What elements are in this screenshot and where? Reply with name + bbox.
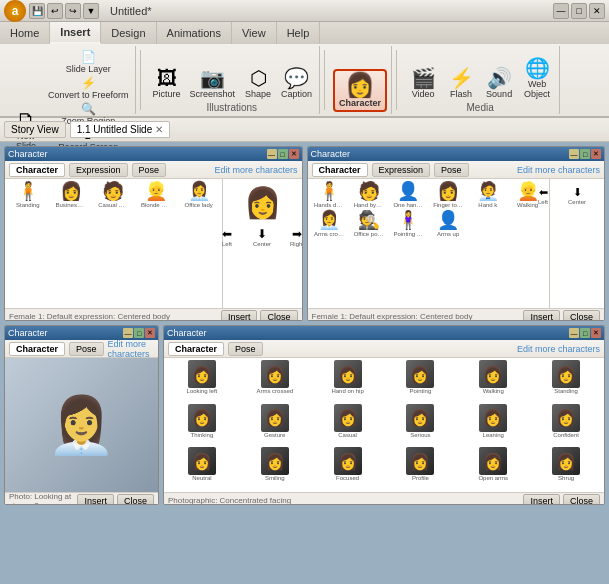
shape-button[interactable]: ⬡ Shape bbox=[240, 66, 276, 101]
video-button[interactable]: 🎬 Video bbox=[405, 66, 441, 101]
ph-cell-13[interactable]: 👩Neutral bbox=[166, 447, 238, 490]
ph-cell-4[interactable]: 👩Pointing bbox=[385, 360, 457, 403]
pw1-link[interactable]: Edit more characters bbox=[108, 339, 154, 359]
sw1-pose-center[interactable]: ⬇Center bbox=[246, 226, 278, 248]
office-button[interactable]: a bbox=[4, 0, 26, 22]
ph-cell-2[interactable]: 👩Arms crossed bbox=[239, 360, 311, 403]
quick-undo[interactable]: ↩ bbox=[47, 3, 63, 19]
pw1-close[interactable]: ✕ bbox=[145, 328, 155, 338]
ph-cell-16[interactable]: 👩Profile bbox=[385, 447, 457, 490]
pw2-max[interactable]: □ bbox=[580, 328, 590, 338]
sw2-close[interactable]: ✕ bbox=[591, 149, 601, 159]
sw2-tab-pose[interactable]: Pose bbox=[434, 163, 469, 177]
sw1-pose-right[interactable]: ➡Right bbox=[281, 226, 303, 248]
sw2-link[interactable]: Edit more characters bbox=[517, 165, 600, 175]
pose-4[interactable]: 👩Finger to mouth bbox=[429, 181, 468, 209]
tab-view[interactable]: View bbox=[232, 22, 277, 44]
ph-cell-18[interactable]: 👩Shrug bbox=[530, 447, 602, 490]
minimize-btn[interactable]: — bbox=[553, 3, 569, 19]
sw2-tab-expression[interactable]: Expression bbox=[372, 163, 431, 177]
ph-cell-17[interactable]: 👩Open arms bbox=[457, 447, 529, 490]
pw1-max[interactable]: □ bbox=[134, 328, 144, 338]
sw1-pose-left[interactable]: ⬅Left bbox=[211, 226, 243, 248]
pw1-min[interactable]: — bbox=[123, 328, 133, 338]
screenshot-button[interactable]: 📷 Screenshot bbox=[187, 66, 239, 101]
convert-button[interactable]: ⚡ Convert to Freeform bbox=[46, 76, 131, 101]
ph-cell-14[interactable]: 👩Smiling bbox=[239, 447, 311, 490]
sw2-close-btn[interactable]: Close bbox=[563, 310, 600, 322]
char-cell-1[interactable]: 🧍Standing bbox=[7, 181, 49, 277]
char-cell-2[interactable]: 👩Business w. bbox=[50, 181, 92, 277]
sound-button[interactable]: 🔊 Sound bbox=[481, 66, 517, 101]
pose-5[interactable]: 🧑‍💼Hand k bbox=[469, 181, 508, 209]
ph-cell-1[interactable]: 👩Looking left bbox=[166, 360, 238, 403]
character-button[interactable]: 👩 Character bbox=[333, 69, 387, 112]
sw1-max[interactable]: □ bbox=[278, 149, 288, 159]
pw1-insert-btn[interactable]: Insert bbox=[77, 494, 114, 506]
pose-8[interactable]: 🕵️Office pose bbox=[349, 210, 388, 238]
slide-tab[interactable]: 1.1 Untitled Slide ✕ bbox=[70, 121, 171, 138]
pw2-link[interactable]: Edit more characters bbox=[517, 344, 600, 354]
pose-9[interactable]: 🧍‍♀️Pointing up bbox=[389, 210, 428, 238]
maximize-btn[interactable]: □ bbox=[571, 3, 587, 19]
ph-cell-9[interactable]: 👩Casual bbox=[312, 404, 384, 447]
tab-animations[interactable]: Animations bbox=[157, 22, 232, 44]
sw1-tab-expression[interactable]: Expression bbox=[69, 163, 128, 177]
story-view-button[interactable]: Story View bbox=[4, 121, 66, 138]
sw2-min[interactable]: — bbox=[569, 149, 579, 159]
pw1-tab-character[interactable]: Character bbox=[9, 342, 65, 356]
tab-insert[interactable]: Insert bbox=[50, 22, 101, 44]
sw2-pose-center[interactable]: ⬇Center bbox=[561, 185, 593, 206]
pw2-close[interactable]: ✕ bbox=[591, 328, 601, 338]
sw2-insert-btn[interactable]: Insert bbox=[523, 310, 560, 322]
pw2-close-btn[interactable]: Close bbox=[563, 494, 600, 506]
char-cell-3[interactable]: 🧑Casual man bbox=[92, 181, 134, 277]
ph-cell-8[interactable]: 👩Gesture bbox=[239, 404, 311, 447]
sw1-link[interactable]: Edit more characters bbox=[214, 165, 297, 175]
flash-button[interactable]: ⚡ Flash bbox=[443, 66, 479, 101]
tab-home[interactable]: Home bbox=[0, 22, 50, 44]
ph-cell-3[interactable]: 👩Hand on hip bbox=[312, 360, 384, 403]
sw2-tab-character[interactable]: Character bbox=[312, 163, 368, 177]
sw2-max[interactable]: □ bbox=[580, 149, 590, 159]
web-object-button[interactable]: 🌐 WebObject bbox=[519, 56, 555, 101]
tab-help[interactable]: Help bbox=[277, 22, 321, 44]
sw1-close[interactable]: ✕ bbox=[289, 149, 299, 159]
ph-cell-15[interactable]: 👩Focused bbox=[312, 447, 384, 490]
pw1-close-btn[interactable]: Close bbox=[117, 494, 154, 506]
sw1-insert-btn[interactable]: Insert bbox=[221, 310, 258, 322]
ph-cell-10[interactable]: 👩Serious bbox=[385, 404, 457, 447]
pose-10[interactable]: 👤Arms up bbox=[429, 210, 468, 238]
pw1-tab-pose[interactable]: Pose bbox=[69, 342, 104, 356]
sw2-pose-right[interactable]: ➡Right bbox=[595, 185, 605, 206]
ph-cell-5[interactable]: 👩Walking bbox=[457, 360, 529, 403]
caption-label: Caption bbox=[281, 89, 312, 99]
char-cell-4[interactable]: 👱Blonde man bbox=[135, 181, 177, 277]
pw2-insert-btn[interactable]: Insert bbox=[523, 494, 560, 506]
picture-button[interactable]: 🖼 Picture bbox=[149, 66, 185, 101]
quick-redo[interactable]: ↪ bbox=[65, 3, 81, 19]
caption-button[interactable]: 💬 Caption bbox=[278, 66, 315, 101]
quick-save[interactable]: 💾 bbox=[29, 3, 45, 19]
tab-design[interactable]: Design bbox=[101, 22, 156, 44]
pose-1[interactable]: 🧍Hands down bbox=[310, 181, 349, 209]
sw2-pose-left[interactable]: ⬅Left bbox=[527, 185, 559, 206]
ph-cell-11[interactable]: 👩Leaning bbox=[457, 404, 529, 447]
close-btn[interactable]: ✕ bbox=[589, 3, 605, 19]
pose-3[interactable]: 👤One hand and bbox=[389, 181, 428, 209]
pose-7[interactable]: 👩‍💼Arms crossed bbox=[310, 210, 349, 238]
slide-tab-close[interactable]: ✕ bbox=[155, 124, 163, 135]
sw1-min[interactable]: — bbox=[267, 149, 277, 159]
pose-2[interactable]: 🧑Hand by side bbox=[349, 181, 388, 209]
pw2-tab-pose[interactable]: Pose bbox=[228, 342, 263, 356]
ph-cell-12[interactable]: 👩Confident bbox=[530, 404, 602, 447]
quick-more[interactable]: ▼ bbox=[83, 3, 99, 19]
pw2-tab-character[interactable]: Character bbox=[168, 342, 224, 356]
ph-cell-7[interactable]: 👩Thinking bbox=[166, 404, 238, 447]
ph-cell-6[interactable]: 👩Standing bbox=[530, 360, 602, 403]
pw2-min[interactable]: — bbox=[569, 328, 579, 338]
slide-layer-button[interactable]: 📄 Slide Layer bbox=[46, 50, 131, 75]
sw1-tab-character[interactable]: Character bbox=[9, 163, 65, 177]
sw1-close-btn[interactable]: Close bbox=[260, 310, 297, 322]
sw1-tab-pose[interactable]: Pose bbox=[132, 163, 167, 177]
